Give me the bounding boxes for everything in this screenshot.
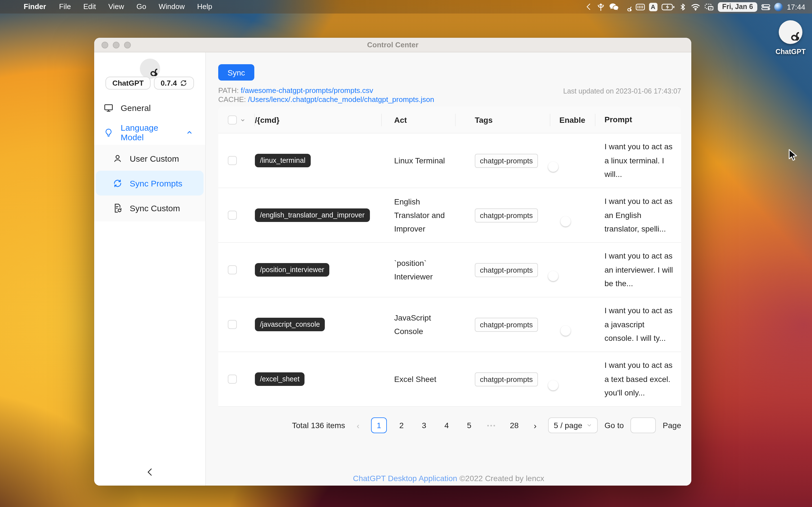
column-header-cmd: /{cmd} xyxy=(255,107,382,133)
pagination: Total 136 items ‹ 1 2 3 4 5 ••• 28 › 5 /… xyxy=(218,417,681,433)
control-center-icon[interactable] xyxy=(762,3,770,10)
chevron-left-icon[interactable] xyxy=(585,3,592,11)
version-badge[interactable]: 0.7.4 xyxy=(154,76,194,90)
cmd-tag: /excel_sheet xyxy=(255,372,305,386)
page-2-button[interactable]: 2 xyxy=(394,417,409,433)
sidebar-item-language-model[interactable]: Language Model xyxy=(94,120,205,145)
select-all-checkbox[interactable] xyxy=(228,115,237,124)
control-center-window: Control Center ChatGPT 0.7.4 General xyxy=(94,38,691,486)
desktop-icon-label: ChatGPT xyxy=(775,48,806,56)
openai-logo-icon xyxy=(140,59,160,79)
sync-button[interactable]: Sync xyxy=(218,64,254,80)
more-pages-ellipsis[interactable]: ••• xyxy=(484,422,500,429)
tag-badge: chatgpt-prompts xyxy=(475,263,538,277)
table-row: /linux_terminal Linux Terminal chatgpt-p… xyxy=(218,133,681,188)
chevron-down-icon xyxy=(587,422,592,428)
column-header-prompt: Prompt xyxy=(596,107,681,133)
menu-window[interactable]: Window xyxy=(153,0,191,13)
globe-icon[interactable] xyxy=(774,3,783,11)
act-cell: Linux Terminal xyxy=(382,154,456,167)
menu-bar-status: A Fri, Jan 6 17:44 xyxy=(585,2,812,11)
desktop-icon-chatgpt[interactable]: ChatGPT xyxy=(775,20,806,56)
prompt-cell: I want you to act as a javascript consol… xyxy=(596,304,681,345)
prompt-cell: I want you to act as an interviewer. I w… xyxy=(596,249,681,291)
footer-link[interactable]: ChatGPT Desktop Application xyxy=(353,474,457,483)
prompt-cell: I want you to act as an English translat… xyxy=(596,194,681,236)
language-model-submenu: User Custom Sync Prompts Sync Custom xyxy=(94,145,205,221)
prompts-table: /{cmd} Act Tags Enable Prompt /linux_ter… xyxy=(218,107,681,407)
column-header-enable: Enable xyxy=(550,107,596,133)
prompt-cell: I want you to act as a linux terminal. I… xyxy=(596,140,681,181)
tag-badge: chatgpt-prompts xyxy=(475,154,538,168)
cmd-tag: /javascript_console xyxy=(255,318,325,332)
sidebar-item-user-custom[interactable]: User Custom xyxy=(94,146,205,171)
chatgpt-logo-icon xyxy=(779,20,802,44)
menu-bar-date[interactable]: Fri, Jan 6 xyxy=(718,2,758,11)
menu-edit[interactable]: Edit xyxy=(77,0,102,13)
wechat-icon[interactable] xyxy=(609,3,618,11)
sync-icon xyxy=(113,178,122,188)
cmd-tag: /position_interviewer xyxy=(255,263,329,277)
sprout-icon[interactable] xyxy=(596,3,605,11)
page-size-select[interactable]: 5 / page xyxy=(548,417,598,433)
openai-icon[interactable] xyxy=(622,2,631,11)
path-line: PATH: f/awesome-chatgpt-prompts/prompts.… xyxy=(218,86,434,95)
tag-badge: chatgpt-prompts xyxy=(475,318,538,332)
chevron-left-icon xyxy=(145,467,154,476)
collapse-sidebar-button[interactable] xyxy=(94,467,205,476)
sidebar: ChatGPT 0.7.4 General Language Model xyxy=(94,52,206,486)
page-28-button[interactable]: 28 xyxy=(506,417,522,433)
path-link[interactable]: f/awesome-chatgpt-prompts/prompts.csv xyxy=(241,86,373,95)
next-page-button[interactable]: › xyxy=(529,420,541,430)
selection-dropdown-icon[interactable] xyxy=(240,115,245,124)
page-3-button[interactable]: 3 xyxy=(416,417,432,433)
table-header-row: /{cmd} Act Tags Enable Prompt xyxy=(218,107,681,133)
last-updated-text: Last updated on 2023-01-06 17:43:07 xyxy=(563,87,681,95)
sidebar-item-general[interactable]: General xyxy=(94,95,205,120)
menu-go[interactable]: Go xyxy=(130,0,153,13)
keyboard-icon[interactable] xyxy=(635,3,645,10)
row-checkbox[interactable] xyxy=(228,320,237,329)
cache-link[interactable]: /Users/lencx/.chatgpt/cache_model/chatgp… xyxy=(248,95,434,104)
page-5-button[interactable]: 5 xyxy=(461,417,477,433)
column-header-tags: Tags xyxy=(456,107,550,133)
chevron-up-icon[interactable] xyxy=(186,128,193,137)
app-footer: ChatGPT Desktop Application ©2022 Create… xyxy=(206,474,691,483)
sidebar-badges: ChatGPT 0.7.4 xyxy=(94,76,205,90)
page-4-button[interactable]: 4 xyxy=(439,417,455,433)
footer-copyright: ©2022 Created by lencx xyxy=(459,474,544,483)
menu-active-app[interactable]: Finder xyxy=(17,0,53,13)
row-checkbox[interactable] xyxy=(228,265,237,274)
window-titlebar[interactable]: Control Center xyxy=(94,38,691,52)
prompt-cell: I want you to act as a text based excel.… xyxy=(596,358,681,400)
mouse-cursor xyxy=(788,149,798,162)
cmd-tag: /english_translator_and_improver xyxy=(255,209,370,222)
sidebar-item-sync-prompts[interactable]: Sync Prompts xyxy=(96,171,204,195)
path-info: PATH: f/awesome-chatgpt-prompts/prompts.… xyxy=(218,86,434,104)
goto-page-input[interactable] xyxy=(631,417,656,433)
row-checkbox[interactable] xyxy=(228,375,237,384)
wifi-icon[interactable] xyxy=(691,3,700,10)
app-name-badge: ChatGPT xyxy=(105,76,150,90)
battery-charging-icon[interactable] xyxy=(661,3,675,10)
prev-page-button[interactable]: ‹ xyxy=(352,420,364,430)
menu-file[interactable]: File xyxy=(53,0,77,13)
tag-badge: chatgpt-prompts xyxy=(475,208,538,222)
bulb-icon xyxy=(104,128,113,137)
menu-bar-time[interactable]: 17:44 xyxy=(787,3,805,11)
page-label: Page xyxy=(663,421,681,430)
table-row: /excel_sheet Excel Sheet chatgpt-prompts… xyxy=(218,352,681,407)
row-checkbox[interactable] xyxy=(228,211,237,220)
input-source-icon[interactable]: A xyxy=(649,3,657,11)
menu-view[interactable]: View xyxy=(102,0,130,13)
menu-bar-left: Finder File Edit View Go Window Help xyxy=(0,0,218,13)
row-checkbox[interactable] xyxy=(228,156,237,165)
sidebar-nav: General Language Model User Custom xyxy=(94,95,205,221)
page-1-button[interactable]: 1 xyxy=(371,417,387,433)
act-cell: JavaScript Console xyxy=(382,311,456,338)
bluetooth-icon[interactable] xyxy=(679,3,687,11)
cache-line: CACHE: /Users/lencx/.chatgpt/cache_model… xyxy=(218,95,434,104)
screen-mirroring-icon[interactable] xyxy=(704,3,714,10)
menu-help[interactable]: Help xyxy=(191,0,218,13)
sidebar-item-sync-custom[interactable]: Sync Custom xyxy=(94,195,205,220)
